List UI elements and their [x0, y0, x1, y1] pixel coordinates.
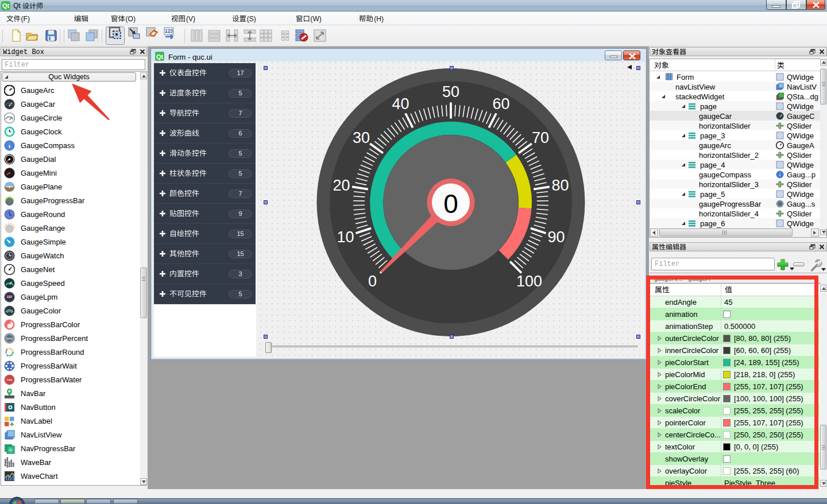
svg-text:2.27: 2.27: [7, 295, 12, 298]
svg-text:74%: 74%: [6, 378, 13, 381]
svg-text:70: 70: [532, 129, 549, 146]
svg-text:50%: 50%: [6, 336, 13, 340]
svg-text:100: 100: [516, 273, 542, 290]
svg-text:20: 20: [333, 177, 350, 194]
svg-text:10: 10: [337, 228, 354, 246]
svg-text:0: 0: [443, 189, 458, 219]
svg-text:90: 90: [548, 228, 565, 246]
svg-text:50: 50: [442, 83, 459, 100]
svg-text:0: 0: [368, 273, 377, 290]
svg-text:80: 80: [552, 177, 569, 194]
svg-text:40: 40: [392, 95, 409, 113]
svg-text:60: 60: [493, 95, 510, 113]
svg-text:30: 30: [353, 129, 370, 146]
